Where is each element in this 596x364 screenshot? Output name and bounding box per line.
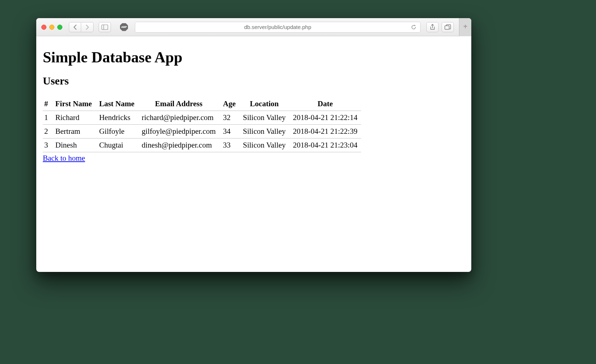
sidebar-icon — [102, 25, 108, 30]
window-controls — [41, 25, 62, 30]
tabs-icon — [444, 24, 451, 30]
tabs-button[interactable] — [442, 22, 454, 32]
url-text: db.server/public/update.php — [244, 24, 311, 30]
chevron-right-icon — [85, 25, 90, 30]
cell-last-name: Hendricks — [95, 111, 138, 125]
page-subtitle: Users — [43, 75, 465, 87]
close-window-button[interactable] — [41, 25, 46, 30]
reload-icon — [411, 24, 417, 30]
svg-rect-0 — [102, 25, 108, 29]
col-age: Age — [219, 97, 239, 111]
forward-button[interactable] — [81, 22, 94, 32]
back-to-home-link[interactable]: Back to home — [43, 154, 85, 163]
cell-last-name: Gilfoyle — [95, 125, 138, 138]
cell-first-name: Richard — [52, 111, 96, 125]
cell-date: 2018-04-21 21:22:39 — [289, 125, 361, 138]
col-location: Location — [239, 97, 289, 111]
back-button[interactable] — [69, 22, 81, 32]
cell-id: 1 — [43, 111, 52, 125]
cell-first-name: Bertram — [52, 125, 96, 138]
chevron-left-icon — [73, 25, 77, 30]
plus-icon: + — [463, 22, 468, 31]
share-button[interactable] — [426, 22, 439, 32]
cell-age: 34 — [219, 125, 239, 138]
col-email: Email Address — [138, 97, 219, 111]
page-title: Simple Database App — [43, 49, 465, 66]
users-table: # First Name Last Name Email Address Age… — [43, 97, 361, 152]
sidebar-button[interactable] — [99, 22, 111, 32]
nav-buttons — [69, 22, 94, 32]
cell-date: 2018-04-21 21:23:04 — [289, 138, 361, 152]
cell-location: Silicon Valley — [239, 125, 289, 138]
cell-email: gilfoyle@piedpiper.com — [138, 125, 219, 138]
col-first-name: First Name — [52, 97, 96, 111]
browser-window: ABP db.server/public/update.php — [36, 18, 471, 272]
new-tab-button[interactable]: + — [459, 18, 471, 36]
cell-age: 33 — [219, 138, 239, 152]
reload-button[interactable] — [411, 24, 417, 30]
cell-id: 2 — [43, 125, 52, 138]
cell-location: Silicon Valley — [239, 111, 289, 125]
cell-email: richard@piedpiper.com — [138, 111, 219, 125]
cell-age: 32 — [219, 111, 239, 125]
col-date: Date — [289, 97, 361, 111]
cell-email: dinesh@piedpiper.com — [138, 138, 219, 152]
cell-last-name: Chugtai — [95, 138, 138, 152]
table-header-row: # First Name Last Name Email Address Age… — [43, 97, 361, 111]
cell-id: 3 — [43, 138, 52, 152]
col-last-name: Last Name — [95, 97, 138, 111]
maximize-window-button[interactable] — [57, 25, 62, 30]
cell-date: 2018-04-21 21:22:14 — [289, 111, 361, 125]
abp-icon: ABP — [120, 23, 128, 31]
table-row: 3 Dinesh Chugtai dinesh@piedpiper.com 33… — [43, 138, 361, 152]
col-id: # — [43, 97, 52, 111]
svg-rect-2 — [445, 26, 449, 29]
table-row: 1 Richard Hendricks richard@piedpiper.co… — [43, 111, 361, 125]
cell-location: Silicon Valley — [239, 138, 289, 152]
address-bar[interactable]: db.server/public/update.php — [135, 22, 421, 33]
table-row: 2 Bertram Gilfoyle gilfoyle@piedpiper.co… — [43, 125, 361, 138]
browser-toolbar: ABP db.server/public/update.php — [36, 18, 471, 36]
cell-first-name: Dinesh — [52, 138, 96, 152]
share-icon — [430, 24, 435, 30]
adblock-button[interactable]: ABP — [119, 22, 129, 32]
minimize-window-button[interactable] — [49, 25, 54, 30]
page-content: Simple Database App Users # First Name L… — [36, 36, 471, 272]
